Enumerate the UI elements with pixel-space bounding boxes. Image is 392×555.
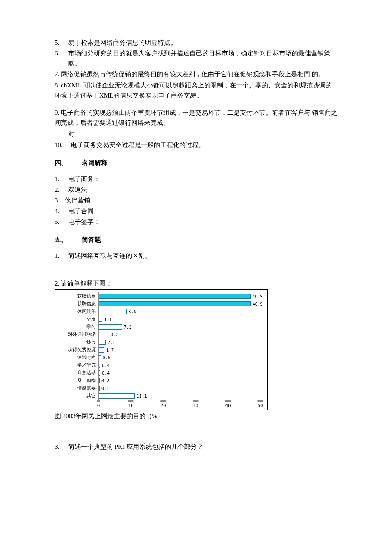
chart-plot-area: 0.4 [98,369,264,377]
chart-tick: 30 [193,400,198,410]
question-6: 6. 市场细分研究的目的就是为客户找到并描述自己的目标市场，确定针对目标市场的最… [55,48,337,69]
chart-tick: 20 [160,400,166,410]
chart-category-label: 休闲娱乐 [57,308,98,315]
s1-num: 1. [55,251,68,261]
chart-value-label: 1.7 [106,347,114,354]
chart-tick: 0 [97,400,100,410]
chart-category-label: 学术研究 [57,361,98,369]
q5-text: 易于检索是网络商务信息的明显特点。 [68,38,337,48]
chart-bar [99,393,135,399]
chart-value-label: 3.2 [111,332,118,338]
question-7: 7. 网络促销虽然与传统促销的最终目的有较大差别，但由于它们在促销观念和手段上是… [55,69,337,79]
chart-value-label: 0.2 [101,378,109,384]
chart-value-label: 0.4 [102,370,110,377]
s3-num: 3. [55,442,68,452]
q8-number: 8. [55,82,59,89]
chart-value-label: 46.9 [252,301,262,308]
chart-value-label: 11.1 [136,393,147,400]
chart-bar [99,355,101,360]
t3-text: 伙伴营销 [65,195,90,205]
chart-plot-area: 1.1 [98,315,264,323]
s1-text: 简述网络互联与互连的区别。 [68,251,151,261]
section-4-header: 四、 名词解释 [55,158,337,168]
t4-text: 电子合同 [68,206,94,216]
t1-text: 电子商务： [68,174,100,184]
question-9: 9. 电子商务的实现必须由两个重要环节组成，一是交易环节，二是支付环节。前者在客… [55,107,337,128]
chart-row: 网上购物0.2 [57,377,264,384]
chart-row: 学习7.2 [57,323,264,331]
chart-category-label: 情感需要 [57,384,98,392]
chart-value-label: 1.1 [104,316,112,323]
s2-num: 2. [55,280,59,287]
question-10: 10. 电子商务交易安全过程是一般的工程化的过程。 [55,140,337,150]
chart-row: 其它11.1 [57,392,264,400]
section-5-title: 简答题 [82,234,101,245]
section-5-header: 五、 简答题 [55,234,337,245]
chart-plot-area: 2.1 [98,338,264,346]
q10-number: 10. [55,140,71,150]
document-page: { "q5": {"num":"5.","text":"易于检索是网络商务信息的… [0,0,392,555]
t3-num: 3. [55,195,65,205]
q7-number: 7. [55,71,59,78]
chart-value-label: 7.2 [124,324,132,331]
section-4-title: 名词解释 [82,158,107,168]
chart-bar [99,340,106,345]
chart-category-label: 炒股 [57,338,98,346]
short-2: 2. 请简单解释下图： [55,278,337,289]
chart-row: 学术研究0.4 [57,361,264,369]
chart-bar [99,370,100,376]
chart-row: 交友1.1 [57,315,264,323]
chart-plot-area: 8.6 [98,308,264,315]
term-1: 1. 电子商务： [55,174,337,184]
chart-plot-area: 7.2 [98,323,264,331]
chart-tick: 10 [128,400,133,410]
chart-category-label: 其它 [57,392,98,400]
chart-row: 追崇时尚0.6 [57,354,264,361]
term-4: 4. 电子合同 [55,206,337,216]
chart-bar [99,301,251,306]
chart-value-label: 0.6 [103,355,110,361]
section-4-list: 1. 电子商务： 2. 双道法 3. 伙伴营销 4. 电子合同 5. 电子签字： [55,174,337,227]
chart-bar [99,378,100,383]
chart-category-label: 网上购物 [57,377,98,384]
s2-text: 请简单解释下图： [61,280,112,287]
chart-bar [99,386,100,391]
t5-num: 5. [55,217,68,227]
short-1: 1. 简述网络互联与互连的区别。 [55,251,337,261]
chart-value-label: 0.4 [102,362,110,369]
chart-bar [99,309,127,314]
chart-row: 获得免费资源1.7 [57,346,264,354]
q8-text: ebXML 可以使企业无论规模大小都可以超越距离上的限制，在一个共享的、安全的和… [55,82,332,99]
chart-bar [99,317,102,322]
t1-num: 1. [55,174,68,184]
chart-row: 获取信自46.9 [57,292,264,300]
chart-plot-area: 0.6 [98,354,264,361]
chart-value-label: 0.1 [101,385,109,392]
term-2: 2. 双道法 [55,185,337,195]
chart-plot-area: 1.7 [98,346,264,354]
chart-plot-area: 46.9 [98,292,264,300]
chart-caption: 图 2003年网民上网最主要的目的（%） [55,411,337,421]
chart-row: 炒股2.1 [57,338,264,346]
chart-row: 休闲娱乐8.6 [57,308,264,315]
q5-number: 5. [55,38,68,48]
q9-text: 电子商务的实现必须由两个重要环节组成，一是交易环节，二是支付环节。前者在客户与 … [55,109,337,126]
chart-value-label: 2.1 [107,339,115,346]
question-9-answer: 对 [55,129,337,139]
short-3: 3. 简述一个典型的 PKI 应用系统包括的几个部分？ [55,442,337,452]
chart-bar [99,363,100,368]
chart-plot-area: 3.2 [98,331,264,338]
chart-plot-area: 0.2 [98,377,264,384]
chart-plot-area: 0.4 [98,361,264,369]
chart-row: 商务活动0.4 [57,369,264,377]
chart-row: 获取信息46.9 [57,300,264,308]
q6-number: 6. [55,48,68,69]
chart-row: 对外通讯联络3.2 [57,331,264,338]
chart-category-label: 学习 [57,323,98,331]
chart-x-axis: 01020304050 [98,400,264,407]
bar-chart: 获取信自46.9获取信息46.9休闲娱乐8.6交友1.1学习7.2对外通讯联络3… [55,289,268,410]
chart-plot-area: 11.1 [98,392,264,400]
chart-value-label: 8.6 [128,309,136,315]
section-5-num: 五、 [55,234,82,245]
chart-bar [99,324,122,330]
